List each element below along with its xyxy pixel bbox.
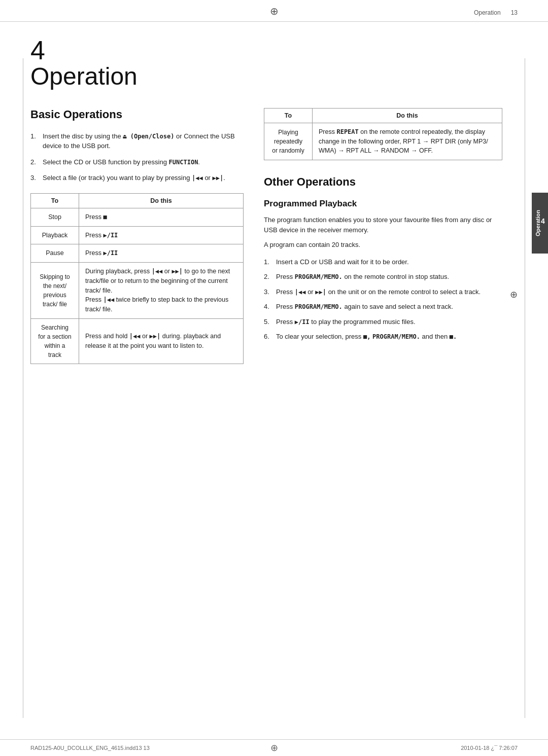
programmed-playback-heading: Programmed Playback	[264, 199, 502, 209]
to-stop: Stop	[31, 208, 79, 226]
header-right: Operation 13	[474, 9, 518, 16]
table-row-stop: Stop Press ■	[31, 208, 244, 226]
prog-step-5: 5. Press ▶/II to play the programmed mus…	[264, 317, 502, 327]
prev-track-bold-3: |◀◀	[295, 289, 306, 296]
left-column: Basic Operations 1. Insert the disc by u…	[30, 108, 244, 377]
prog-step-4-num: 4.	[264, 302, 272, 312]
do-pause: Press ▶/II	[79, 244, 244, 263]
prog-step-2-text: Press PROGRAM/MEMO. on the remote contro…	[276, 272, 502, 282]
prog-step-5-text: Press ▶/II to play the programmed music …	[276, 317, 502, 327]
chapter-title: Operation	[30, 63, 502, 90]
prog-step-3-num: 3.	[264, 287, 272, 297]
other-operations: Other Operations Programmed Playback The…	[264, 175, 502, 342]
header-compass-icon: ⊕	[270, 5, 279, 17]
do-playback: Press ▶/II	[79, 226, 244, 244]
play-bold-5: ▶/II	[295, 318, 310, 326]
left-border	[23, 58, 23, 718]
to-pause: Pause	[31, 244, 79, 263]
chapter-number: 4	[30, 37, 502, 63]
table-row-playback: Playback Press ▶/II	[31, 226, 244, 244]
stop-bold-6b: ■.	[450, 333, 457, 340]
basic-ops-heading: Basic Operations	[30, 108, 244, 121]
do-stop: Press ■	[79, 208, 244, 226]
table-col2-header: Do this	[79, 193, 244, 208]
prog-step-3: 3. Press |◀◀ or ▶▶| on the unit or on th…	[264, 287, 502, 297]
prog-step-5-num: 5.	[264, 317, 272, 327]
prog-step-3-text: Press |◀◀ or ▶▶| on the unit or on the r…	[276, 287, 502, 297]
table-row-repeat: Playing repeatedly or randomly Press REP…	[264, 123, 502, 160]
prog-steps-list: 1. Insert a CD or USB and wait for it to…	[264, 257, 502, 342]
prog-step-6-num: 6.	[264, 332, 272, 342]
do-repeat: Press REPEAT on the remote control repea…	[313, 123, 502, 160]
right-compass-icon: ⊕	[510, 289, 518, 300]
right-column: To Do this Playing repeatedly or randoml…	[264, 108, 502, 377]
step-2-text: Select the CD or USB function by pressin…	[43, 157, 244, 167]
prog-intro-1: The program function enables you to stor…	[264, 215, 502, 235]
prog-step-2: 2. Press PROGRAM/MEMO. on the remote con…	[264, 272, 502, 282]
section-label: Operation	[474, 9, 501, 16]
page-number: 13	[511, 9, 518, 16]
steps-list: 1. Insert the disc by using the ⏏ (Open/…	[30, 131, 244, 183]
step-3-num: 3.	[30, 173, 39, 183]
do-skip: During playback, press |◀◀ or ▶▶| to go …	[79, 263, 244, 319]
table-row-skip: Skipping to the next/ previous track/ fi…	[31, 263, 244, 319]
to-skip: Skipping to the next/ previous track/ fi…	[31, 263, 79, 319]
table-row-pause: Pause Press ▶/II	[31, 244, 244, 263]
footer-right: 2010-01-18 ¿¯ 7:26:07	[461, 745, 518, 751]
step-3: 3. Select a file (or track) you want to …	[30, 173, 244, 183]
stop-bold-6: ■,	[363, 333, 370, 340]
repeat-table: To Do this Playing repeatedly or randoml…	[264, 108, 502, 160]
footer-compass-icon: ⊕	[270, 742, 278, 753]
to-search: Searching for a section within a track	[31, 318, 79, 364]
prog-step-6-text: To clear your selection, press ■, PROGRA…	[276, 332, 502, 342]
open-close-bold: ⏏ (Open/Close)	[123, 133, 174, 140]
table-row-search: Searching for a section within a track P…	[31, 318, 244, 364]
to-repeat: Playing repeatedly or randomly	[264, 123, 313, 160]
step-1-text: Insert the disc by using the ⏏ (Open/Clo…	[43, 131, 244, 151]
program-memo-bold-6: PROGRAM/MEMO.	[372, 333, 420, 340]
next-track-bold: ▶▶|	[213, 174, 224, 182]
prog-intro-2: A program can contain 20 tracks.	[264, 240, 502, 250]
basic-ops-table: To Do this Stop Press ■ Playback Press ▶…	[30, 193, 244, 364]
right-border	[525, 58, 525, 718]
footer-left: RAD125-A0U_DCOLLLK_ENG_4615.indd13 13	[30, 745, 150, 751]
page-header: ⊕ Operation 13	[0, 0, 548, 22]
prev-track-bold: |◀◀	[192, 174, 203, 182]
function-bold: FUNCTION	[169, 159, 198, 166]
step-2-num: 2.	[30, 157, 39, 167]
other-ops-heading: Other Operations	[264, 175, 502, 189]
repeat-col1-header: To	[264, 108, 313, 123]
page-footer: RAD125-A0U_DCOLLLK_ENG_4615.indd13 13 ⊕ …	[0, 739, 548, 756]
prog-step-4-text: Press PROGRAM/MEMO. again to save and se…	[276, 302, 502, 312]
table-col1-header: To	[31, 193, 79, 208]
repeat-col2-header: Do this	[313, 108, 502, 123]
prog-step-4: 4. Press PROGRAM/MEMO. again to save and…	[264, 302, 502, 312]
step-1-num: 1.	[30, 131, 39, 151]
prog-step-6: 6. To clear your selection, press ■, PRO…	[264, 332, 502, 342]
program-memo-bold-4: PROGRAM/MEMO.	[295, 303, 342, 310]
prog-step-2-num: 2.	[264, 272, 272, 282]
prog-step-1-num: 1.	[264, 257, 272, 267]
sidebar-tab: 4 Operation	[532, 193, 548, 254]
step-2: 2. Select the CD or USB function by pres…	[30, 157, 244, 167]
page-container: ⊕ Operation 13 4 Operation ⊕ 4 Operation…	[0, 0, 548, 756]
prog-step-1: 1. Insert a CD or USB and wait for it to…	[264, 257, 502, 267]
do-search: Press and hold |◀◀ or ▶▶| during. playba…	[79, 318, 244, 364]
two-column-layout: Basic Operations 1. Insert the disc by u…	[30, 108, 502, 377]
step-1: 1. Insert the disc by using the ⏏ (Open/…	[30, 131, 244, 151]
main-content: 4 Operation Basic Operations 1. Insert t…	[0, 22, 548, 397]
to-playback: Playback	[31, 226, 79, 244]
program-memo-bold-2: PROGRAM/MEMO.	[295, 273, 342, 280]
next-track-bold-3: ▶▶|	[315, 289, 326, 296]
prog-step-1-text: Insert a CD or USB and wait for it to be…	[276, 257, 502, 267]
sidebar-label: Operation	[535, 210, 541, 236]
sidebar-number: 4	[541, 217, 545, 225]
step-3-text: Select a file (or track) you want to pla…	[43, 173, 244, 183]
